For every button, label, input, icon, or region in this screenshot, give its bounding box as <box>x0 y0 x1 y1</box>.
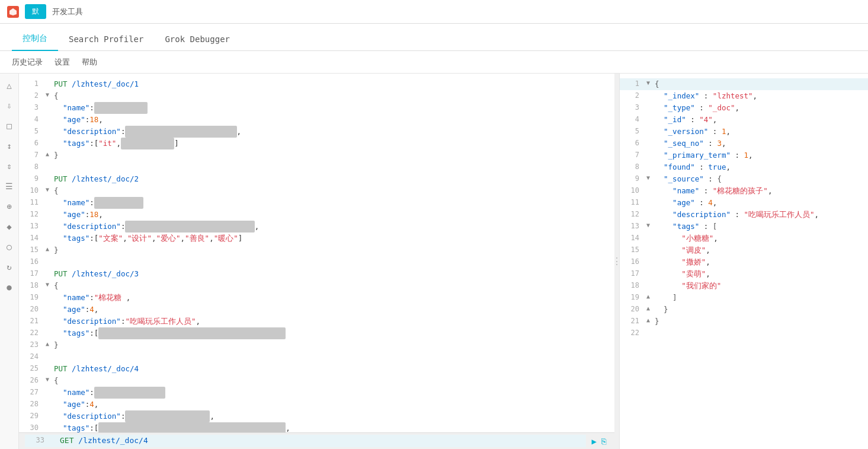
sidebar-icon-6[interactable]: ⊕ <box>4 200 15 212</box>
response-line-14: 14 "小糖糖", <box>620 233 868 244</box>
editor-line-16: 16 <box>19 256 614 268</box>
app-logo <box>7 6 19 18</box>
sidebar-icon-3[interactable]: ↕ <box>4 140 15 152</box>
editor-area[interactable]: 1 PUT /lzhtest/_doc/1 2 ▼ { 3 "name":███… <box>19 74 614 449</box>
editor-line-27: 27 "name":████████████████ <box>19 387 614 399</box>
editor-line-12: 12 "age":18, <box>19 209 614 221</box>
editor-line-3: 3 "name":████████████ <box>19 102 614 114</box>
settings-button[interactable]: 设置 <box>55 57 70 68</box>
response-editor: 1 ▼ { 2 "_index" : "lzhtest", 3 "_type" … <box>620 74 868 344</box>
editor-line-18: 18 ▼ { <box>19 280 614 292</box>
tab-search-profiler[interactable]: Search Profiler <box>58 28 154 51</box>
sidebar-icon-1[interactable]: ⇩ <box>4 100 15 112</box>
top-bar: 默 开发工具 <box>0 0 868 24</box>
response-line-16: 16 "撒娇", <box>620 256 868 268</box>
nav-tabs: 控制台 Search Profiler Grok Debugger <box>0 24 868 51</box>
response-line-5: 5 "_version" : 1, <box>620 126 868 138</box>
response-line-1: 1 ▼ { <box>620 78 868 90</box>
response-line-11: 11 "age" : 4, <box>620 197 868 209</box>
run-button[interactable]: ▶ <box>592 437 597 446</box>
sidebar-icon-9[interactable]: ↻ <box>4 261 15 273</box>
editor-line-17: 17 PUT /lzhtest/_doc/3 <box>19 268 614 280</box>
tab-grok-debugger[interactable]: Grok Debugger <box>154 28 241 51</box>
sidebar-icon-10[interactable]: ● <box>4 281 15 293</box>
response-line-9: 9 ▼ "_source" : { <box>620 173 868 185</box>
tab-console[interactable]: 控制台 <box>12 27 58 51</box>
toolbar: 历史记录 设置 帮助 <box>0 51 868 74</box>
panel-divider[interactable]: ⋮ <box>614 74 619 449</box>
response-line-20: 20 ▲ } <box>620 304 868 316</box>
app-tab[interactable]: 默 <box>25 4 46 19</box>
editor-line-25: 25 PUT /lzhtest/_doc/4 <box>19 363 614 375</box>
editor-last-line: 33 GET /lzhtest/_doc/4 <box>25 435 586 447</box>
editor-bottom-bar: 33 GET /lzhtest/_doc/4 ▶ ⎘ <box>19 432 614 449</box>
editor-line-24: 24 <box>19 351 614 363</box>
editor-line-19: 19 "name":"棉花糖 , <box>19 292 614 304</box>
editor-line-4: 4 "age":18, <box>19 114 614 126</box>
response-line-13: 13 ▼ "tags" : [ <box>620 221 868 233</box>
response-area[interactable]: 1 ▼ { 2 "_index" : "lzhtest", 3 "_type" … <box>619 74 868 449</box>
help-button[interactable]: 帮助 <box>82 57 97 68</box>
response-line-2: 2 "_index" : "lzhtest", <box>620 90 868 102</box>
response-line-3: 3 "_type" : "_doc", <box>620 102 868 114</box>
editor-line-26: 26 ▼ { <box>19 375 614 387</box>
response-line-8: 8 "found" : true, <box>620 161 868 173</box>
editor-line-9: 9 PUT /lzhtest/_doc/2 <box>19 173 614 185</box>
response-line-21: 21 ▲ } <box>620 316 868 327</box>
sidebar-icon-7[interactable]: ◆ <box>4 221 15 233</box>
copy-button[interactable]: ⎘ <box>601 437 606 446</box>
editor-line-23: 23 ▲ } <box>19 339 614 351</box>
editor-line-5: 5 "description":████████████████████████… <box>19 126 614 138</box>
editor-line-15: 15 ▲ } <box>19 244 614 256</box>
editor-line-7: 7 ▲ } <box>19 149 614 161</box>
main-area: △ ⇩ □ ↕ ⇕ ☰ ⊕ ◆ ◯ ↻ ● 1 PUT /lzhtest/_do… <box>0 74 868 449</box>
sidebar-icon-5[interactable]: ☰ <box>4 180 15 192</box>
sidebar-icon-2[interactable]: □ <box>4 120 15 132</box>
editor-line-28: 28 "age":4, <box>19 399 614 410</box>
history-button[interactable]: 历史记录 <box>12 57 43 68</box>
response-line-22: 22 <box>620 327 868 339</box>
svg-marker-0 <box>9 8 17 15</box>
editor-line-11: 11 "name":███████████ <box>19 197 614 209</box>
sidebar: △ ⇩ □ ↕ ⇕ ☰ ⊕ ◆ ◯ ↻ ● <box>0 74 19 449</box>
app-title: 开发工具 <box>52 7 83 17</box>
editor-line-2: 2 ▼ { <box>19 90 614 102</box>
code-editor[interactable]: 1 PUT /lzhtest/_doc/1 2 ▼ { 3 "name":███… <box>19 74 614 449</box>
response-line-12: 12 "description" : "吃喝玩乐工作人员", <box>620 209 868 221</box>
response-line-17: 17 "卖萌", <box>620 268 868 280</box>
editor-line-8: 8 <box>19 161 614 173</box>
response-line-15: 15 "调皮", <box>620 244 868 256</box>
editor-line-13: 13 "description":███████████████████████… <box>19 221 614 233</box>
editor-line-29: 29 "description":███████████████████, <box>19 410 614 422</box>
sidebar-icon-8[interactable]: ◯ <box>4 241 15 253</box>
response-line-6: 6 "_seq_no" : 3, <box>620 138 868 149</box>
editor-line-22: 22 "tags":[█████████████████████████████… <box>19 327 614 339</box>
response-line-19: 19 ▲ ] <box>620 292 868 304</box>
response-line-10: 10 "name" : "棉花糖的孩子", <box>620 185 868 197</box>
sidebar-icon-0[interactable]: △ <box>4 79 15 91</box>
editor-line-14: 14 "tags":["文案","设计","爱心","善良","暖心"] <box>19 233 614 244</box>
response-line-7: 7 "_primary_term" : 1, <box>620 149 868 161</box>
editor-line-1: 1 PUT /lzhtest/_doc/1 <box>19 78 614 90</box>
editor-line-21: 21 "description":"吃喝玩乐工作人员", <box>19 316 614 327</box>
response-line-4: 4 "_id" : "4", <box>620 114 868 126</box>
editor-line-6: 6 "tags":["it",████████████] <box>19 138 614 149</box>
editor-line-10: 10 ▼ { <box>19 185 614 197</box>
sidebar-icon-4[interactable]: ⇕ <box>4 160 15 172</box>
editor-line-20: 20 "age":4, <box>19 304 614 316</box>
response-line-18: 18 "我们家的" <box>620 280 868 292</box>
